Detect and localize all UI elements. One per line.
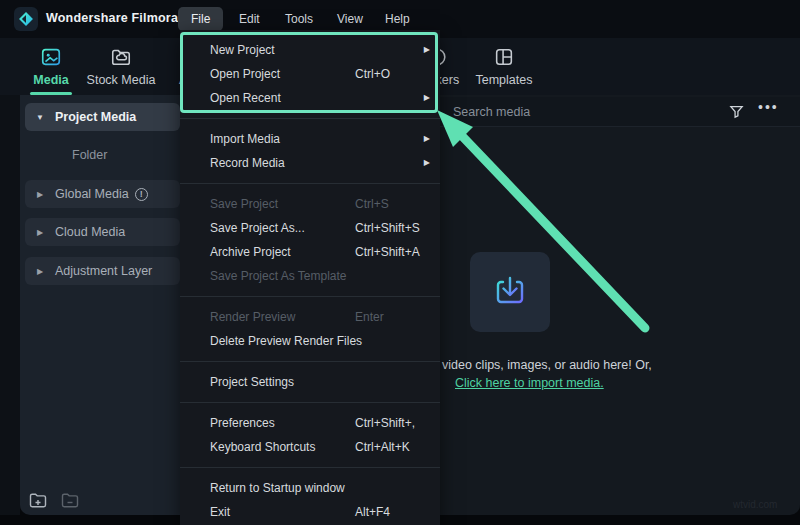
file-menu-dropdown: New Project ▶ Open Project Ctrl+O Open R… [180, 30, 440, 525]
sidebar-item-folder[interactable]: Folder [72, 148, 107, 162]
delete-folder-button[interactable] [60, 490, 80, 514]
menu-separator [180, 402, 440, 403]
caret-right-icon: ▶ [25, 267, 55, 276]
menu-item-save-project: Save Project Ctrl+S [180, 192, 440, 216]
menu-separator [180, 118, 440, 119]
sidebar-item-adjustment-layer[interactable]: ▶ Adjustment Layer [25, 257, 180, 285]
menu-item-open-recent[interactable]: Open Recent ▶ [180, 86, 440, 110]
menu-file[interactable]: File [178, 7, 223, 31]
submenu-arrow-icon: ▶ [424, 86, 430, 110]
caret-down-icon: ▼ [25, 113, 55, 122]
left-edge-strip [0, 95, 20, 515]
new-folder-button[interactable] [28, 490, 48, 514]
import-download-icon [490, 272, 530, 312]
menu-help[interactable]: Help [372, 7, 423, 31]
templates-icon [459, 44, 549, 70]
menu-item-keyboard-shortcuts[interactable]: Keyboard Shortcuts Ctrl+Alt+K [180, 435, 440, 459]
info-icon: ! [135, 188, 148, 201]
sidebar-item-project-media[interactable]: ▼ Project Media [25, 103, 180, 131]
menu-item-delete-preview-render-files[interactable]: Delete Preview Render Files [180, 329, 440, 353]
menu-separator [180, 183, 440, 184]
media-sidebar: ▼ Project Media Folder ▶ Global Media ! … [20, 95, 180, 515]
menu-separator [180, 467, 440, 468]
submenu-arrow-icon: ▶ [424, 127, 430, 151]
import-dropzone[interactable] [470, 252, 550, 332]
app-title: Wondershare Filmora [46, 11, 178, 25]
menu-tools[interactable]: Tools [272, 7, 326, 31]
sidebar-item-cloud-media[interactable]: ▶ Cloud Media [25, 218, 180, 246]
more-options-icon[interactable]: ••• [758, 99, 779, 115]
menu-item-save-project-as-template: Save Project As Template [180, 264, 440, 288]
menu-item-render-preview: Render Preview Enter [180, 305, 440, 329]
submenu-arrow-icon: ▶ [424, 38, 430, 62]
sidebar-item-global-media[interactable]: ▶ Global Media ! [25, 180, 180, 208]
menu-separator [180, 361, 440, 362]
menu-item-save-project-as[interactable]: Save Project As... Ctrl+Shift+S [180, 216, 440, 240]
menu-edit[interactable]: Edit [226, 7, 273, 31]
filmora-logo-icon [14, 7, 38, 31]
menu-item-project-settings[interactable]: Project Settings [180, 370, 440, 394]
menu-item-open-project[interactable]: Open Project Ctrl+O [180, 62, 440, 86]
dropzone-hint-text: video clips, images, or audio here! Or, [442, 358, 652, 372]
menu-view[interactable]: View [324, 7, 376, 31]
search-input[interactable] [453, 100, 713, 124]
import-media-link[interactable]: Click here to import media. [455, 376, 604, 390]
menu-item-return-to-startup-window[interactable]: Return to Startup window [180, 476, 440, 500]
filter-icon[interactable] [728, 103, 745, 124]
menu-item-import-media[interactable]: Import Media ▶ [180, 127, 440, 151]
submenu-arrow-icon: ▶ [424, 151, 430, 175]
watermark: wtvid.com [733, 499, 777, 510]
menu-item-exit[interactable]: Exit Alt+F4 [180, 500, 440, 524]
menu-item-new-project[interactable]: New Project ▶ [180, 38, 440, 62]
caret-right-icon: ▶ [25, 190, 55, 199]
menu-item-record-media[interactable]: Record Media ▶ [180, 151, 440, 175]
tab-templates[interactable]: Templates [459, 44, 549, 87]
caret-right-icon: ▶ [25, 228, 55, 237]
menu-item-archive-project[interactable]: Archive Project Ctrl+Shift+A [180, 240, 440, 264]
menu-separator [180, 296, 440, 297]
menu-item-preferences[interactable]: Preferences Ctrl+Shift+, [180, 411, 440, 435]
